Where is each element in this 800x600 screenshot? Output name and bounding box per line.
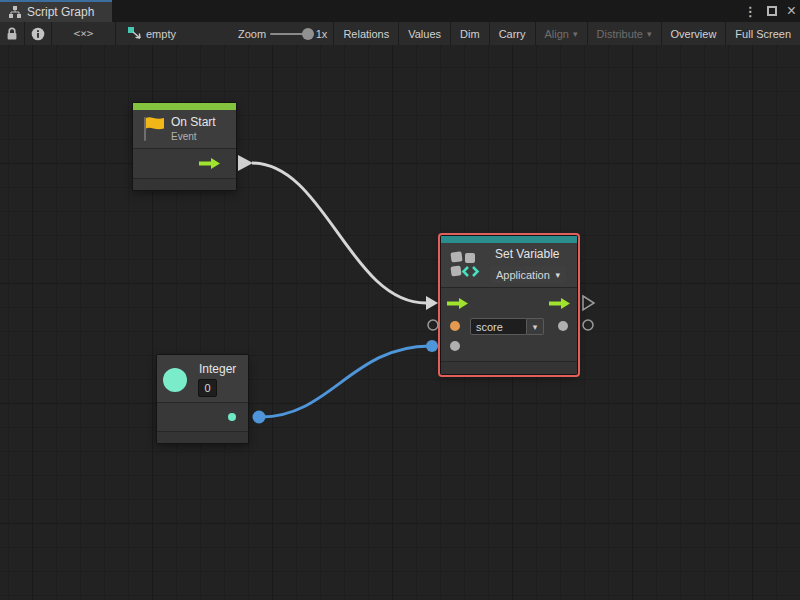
values-button[interactable]: Values bbox=[399, 22, 450, 46]
node-on-start[interactable]: On Start Event bbox=[133, 103, 236, 190]
relations-button[interactable]: Relations bbox=[334, 22, 398, 46]
graph-canvas[interactable] bbox=[0, 45, 800, 600]
close-icon[interactable]: × bbox=[787, 6, 796, 16]
graph-toolbar: <×> empty Zoom 1x Relations Values Dim C… bbox=[0, 22, 800, 46]
code-view-toggle[interactable]: <×> bbox=[52, 22, 115, 46]
integer-literal-icon bbox=[163, 368, 187, 392]
flow-output-port[interactable] bbox=[199, 157, 221, 170]
chevron-down-icon: ▾ bbox=[533, 322, 538, 332]
integer-output-port[interactable] bbox=[228, 413, 236, 421]
tab-bar: Script Graph ⋮ × bbox=[0, 0, 800, 22]
node-title: On Start bbox=[171, 115, 216, 129]
value-output-port[interactable] bbox=[558, 321, 568, 331]
variable-name-port[interactable] bbox=[450, 321, 460, 331]
window-menu-icon[interactable]: ⋮ bbox=[744, 4, 757, 19]
code-toggle-icon: <×> bbox=[74, 27, 94, 40]
chevron-down-icon: ▾ bbox=[573, 29, 578, 39]
chevron-down-icon: ▾ bbox=[647, 29, 652, 39]
flow-input-port[interactable] bbox=[447, 297, 469, 310]
node-integer[interactable]: Integer 0 bbox=[157, 355, 248, 443]
integer-value-field[interactable]: 0 bbox=[198, 379, 217, 397]
carry-button[interactable]: Carry bbox=[490, 22, 535, 46]
graph-pointer-icon bbox=[126, 22, 142, 46]
maximize-icon[interactable] bbox=[767, 6, 777, 16]
lock-icon bbox=[5, 26, 19, 42]
zoom-value: 1x bbox=[316, 28, 328, 40]
zoom-slider[interactable] bbox=[270, 33, 312, 35]
align-button[interactable]: Align ▾ bbox=[536, 22, 587, 46]
toolbar-separator bbox=[115, 22, 116, 46]
tab-title: Script Graph bbox=[27, 5, 94, 19]
node-title: Set Variable bbox=[495, 247, 559, 261]
zoom-label: Zoom bbox=[238, 28, 266, 40]
window-controls: ⋮ × bbox=[744, 0, 796, 22]
fullscreen-button[interactable]: Full Screen bbox=[726, 22, 800, 46]
flow-output-port[interactable] bbox=[549, 297, 571, 310]
script-graph-window: Script Graph ⋮ × <×> bbox=[0, 0, 800, 600]
flag-icon bbox=[141, 115, 167, 143]
variable-name-field[interactable]: score bbox=[470, 318, 527, 335]
variable-scope-dropdown[interactable]: Application ▾ bbox=[490, 266, 566, 283]
zoom-slider-handle[interactable] bbox=[302, 28, 314, 40]
variable-name-dropdown-button[interactable]: ▾ bbox=[527, 318, 544, 335]
info-icon bbox=[31, 27, 45, 41]
info-button[interactable] bbox=[25, 22, 51, 46]
distribute-button[interactable]: Distribute ▾ bbox=[588, 22, 661, 46]
variable-icon bbox=[449, 250, 481, 280]
node-footer bbox=[133, 178, 236, 190]
overview-button[interactable]: Overview bbox=[662, 22, 726, 46]
tab-script-graph[interactable]: Script Graph bbox=[0, 0, 112, 22]
chevron-down-icon: ▾ bbox=[555, 270, 560, 280]
lock-button[interactable] bbox=[0, 22, 24, 46]
graph-empty-label: empty bbox=[146, 28, 176, 40]
node-footer bbox=[441, 361, 577, 374]
node-set-variable[interactable]: Set Variable Application ▾ score ▾ bbox=[441, 236, 577, 374]
node-title: Integer bbox=[199, 362, 236, 376]
graph-hierarchy-icon bbox=[8, 5, 22, 19]
dim-button[interactable]: Dim bbox=[451, 22, 489, 46]
value-input-port[interactable] bbox=[450, 341, 460, 351]
event-accent-stripe bbox=[133, 103, 236, 110]
node-subtitle: Event bbox=[171, 131, 197, 142]
node-footer bbox=[157, 431, 248, 443]
variable-accent-stripe bbox=[441, 236, 577, 243]
